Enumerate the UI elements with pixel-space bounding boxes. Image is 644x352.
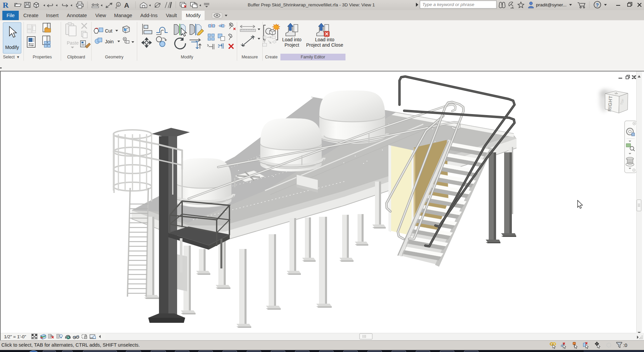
svg-text:Load into: Load into [315, 37, 334, 42]
svg-text:Modify: Modify [5, 45, 19, 50]
svg-text:Type a keyword or phrase: Type a keyword or phrase [422, 2, 474, 7]
svg-text:A: A [124, 1, 129, 9]
svg-text:Project and Close: Project and Close [306, 42, 343, 48]
svg-text:R: R [3, 1, 9, 9]
svg-text:pradit@syner...: pradit@syner... [536, 2, 567, 7]
svg-text::0: :0 [623, 343, 627, 348]
svg-text:Paste: Paste [67, 40, 79, 46]
svg-text:Join: Join [105, 39, 114, 44]
svg-text:RIGHT: RIGHT [607, 95, 613, 112]
svg-text:Buffer Prep Skid_Shrinkwrap_re: Buffer Prep Skid_Shrinkwrap_removefillet… [248, 2, 375, 7]
svg-text:?: ? [596, 2, 599, 8]
svg-text:Project: Project [284, 42, 299, 48]
svg-text:Load into: Load into [282, 37, 302, 42]
svg-text:1/2" = 1'-0": 1/2" = 1'-0" [4, 334, 26, 339]
svg-text:Cut: Cut [105, 28, 112, 34]
svg-text:1: 1 [117, 3, 119, 6]
